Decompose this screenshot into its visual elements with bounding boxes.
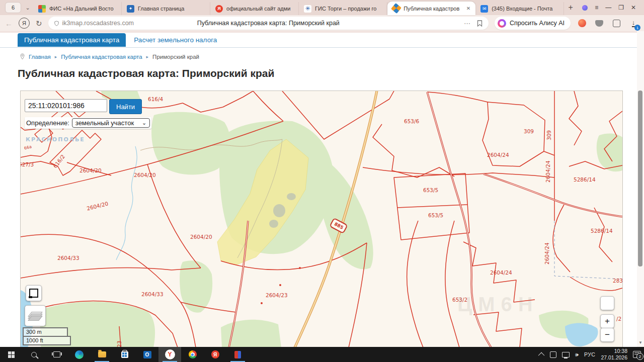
- definition-select[interactable]: земельный участок ⌄: [72, 118, 150, 128]
- network-icon[interactable]: [562, 352, 570, 357]
- scale-imperial: 1000 ft: [23, 336, 71, 345]
- breadcrumb-separator-icon: ▸: [55, 54, 57, 59]
- definition-value: земельный участок: [75, 119, 134, 127]
- new-tab-button[interactable]: [564, 1, 577, 14]
- cadastral-number-input[interactable]: [25, 99, 107, 112]
- edge-icon: [75, 350, 84, 359]
- tabs-divider: [0, 47, 644, 48]
- ask-alice-button[interactable]: Спросить Алису AI: [495, 17, 571, 30]
- tabs-dropdown-icon[interactable]: ⌄: [22, 5, 33, 11]
- zoom-in-button[interactable]: +: [600, 314, 614, 328]
- cadastral-map[interactable]: 885 КРАСНОПОЛЬЕ66а616/4653/63093092604/2…: [20, 90, 623, 347]
- browser-tab[interactable]: ✦Главная страница: [122, 2, 210, 15]
- scrollbar-down-icon[interactable]: ▼: [638, 340, 642, 345]
- grid-favicon-icon: [38, 5, 46, 13]
- clock[interactable]: 10:38 27.01.2026: [601, 348, 627, 360]
- time: 10:38: [601, 348, 627, 354]
- profile-avatar[interactable]: [582, 5, 588, 11]
- scale-metric: 300 m: [23, 327, 68, 336]
- tab-count-button[interactable]: 6: [5, 2, 21, 13]
- breadcrumb: Главная ▸ Публичная кадастровая карта ▸ …: [20, 53, 199, 60]
- windows-taskbar: O Y Я 🕪 РУС 10:38 27.01.2026 2: [0, 347, 644, 362]
- download-badge: 1: [634, 25, 640, 31]
- yandex-browser-icon: Y: [165, 349, 175, 359]
- task-view-button[interactable]: [45, 347, 68, 362]
- browser-tab[interactable]: Публичная кадастров✕: [387, 2, 475, 15]
- overview-map-button[interactable]: [26, 285, 42, 301]
- tab-title: ФИС «На Дальний Восто: [49, 6, 116, 12]
- edge-app[interactable]: [68, 347, 91, 362]
- pkk-favicon-icon: [391, 3, 401, 14]
- chrome-icon: [189, 350, 197, 358]
- task-view-icon: [53, 351, 60, 357]
- outlook-icon: O: [143, 351, 151, 358]
- browser-tab[interactable]: ✳ГИС Торги – продажи го: [299, 2, 387, 15]
- browser-tab[interactable]: ФИС «На Дальний Восто: [33, 2, 122, 15]
- scrollbar-thumb[interactable]: [638, 90, 642, 266]
- browser-tab-bar: 6 ⌄ ФИС «На Дальний Восто✦Главная страни…: [0, 0, 644, 15]
- browser-tab[interactable]: Яофициальный сайт адми: [210, 2, 299, 15]
- sidebar-panel-icon[interactable]: [594, 18, 605, 29]
- find-button[interactable]: Найти: [109, 99, 142, 114]
- extensions-icon[interactable]: [611, 18, 622, 29]
- tab-list: ФИС «На Дальний Восто✦Главная страницаЯо…: [33, 0, 564, 15]
- layers-icon: [30, 311, 41, 320]
- site-nav-tabs: Публичная кадастровая карта Расчет земел…: [18, 33, 218, 47]
- chrome-app[interactable]: [181, 347, 204, 362]
- bookmark-icon[interactable]: [477, 20, 482, 27]
- definition-filter: Определение: земельный участок ⌄: [25, 117, 151, 129]
- breadcrumb-separator-icon: ▸: [146, 54, 149, 59]
- neuro-edit-icon[interactable]: [577, 18, 588, 29]
- restore-icon[interactable]: ❐: [618, 5, 624, 11]
- volume-icon[interactable]: 🕪: [575, 351, 579, 358]
- back-icon[interactable]: ←: [5, 20, 13, 27]
- outlook-app[interactable]: O: [136, 347, 158, 362]
- minimize-icon[interactable]: —: [605, 5, 611, 11]
- show-hidden-icons[interactable]: [540, 352, 544, 357]
- document-app[interactable]: [226, 347, 249, 362]
- more-actions-icon[interactable]: ⋯: [464, 20, 471, 27]
- downloads-icon[interactable]: ↓ 1: [628, 18, 639, 29]
- browser-tab[interactable]: ✉(345) Входящие - Почта: [475, 2, 564, 15]
- emblem-blue-favicon-icon: ✳: [304, 5, 311, 13]
- file-explorer-app[interactable]: [91, 347, 113, 362]
- breadcrumb-section[interactable]: Публичная кадастровая карта: [61, 54, 142, 60]
- browser-toolbar: ← Я ↻ ik3map.roscadastres.com Публичная …: [0, 15, 644, 31]
- tab-public-cadastral-map[interactable]: Публичная кадастровая карта: [18, 33, 126, 47]
- tab-land-tax-calc[interactable]: Расчет земельного налога: [133, 33, 218, 47]
- taskbar-search-button[interactable]: [23, 347, 45, 362]
- map-tool-button[interactable]: [600, 296, 614, 310]
- pen-settings-icon[interactable]: [550, 351, 556, 358]
- notification-center[interactable]: 2: [633, 351, 641, 358]
- store-app[interactable]: [113, 347, 136, 362]
- language-indicator[interactable]: РУС: [584, 351, 596, 357]
- start-button[interactable]: [0, 347, 23, 362]
- overview-icon: [29, 289, 38, 298]
- scale-bar: 300 m 1000 ft: [23, 327, 71, 345]
- close-icon[interactable]: ✕: [631, 5, 636, 11]
- toolbar-edge: [0, 31, 644, 33]
- site-security-shield-icon[interactable]: [54, 20, 59, 27]
- layers-button[interactable]: [25, 305, 46, 326]
- store-icon: [121, 351, 128, 358]
- window-controls: ≡ — ❐ ✕: [577, 5, 642, 11]
- chevron-down-icon: ⌄: [142, 120, 146, 126]
- breadcrumb-home[interactable]: Главная: [29, 54, 51, 60]
- yandex-icon: Я: [211, 350, 219, 358]
- folder-icon: [98, 351, 106, 357]
- menu-icon[interactable]: ≡: [595, 5, 598, 11]
- mail-blue-favicon-icon: ✉: [480, 5, 488, 13]
- zoom-out-button[interactable]: −: [600, 328, 614, 342]
- tab-title: официальный сайт адми: [226, 6, 293, 12]
- notification-badge: 2: [636, 353, 643, 360]
- reload-icon[interactable]: ↻: [36, 20, 42, 27]
- search-icon: [31, 352, 37, 357]
- map-canvas: 885: [21, 91, 622, 347]
- yandex-browser-app[interactable]: Y: [158, 347, 181, 362]
- map-search: Найти: [25, 99, 142, 114]
- yandex-home-icon[interactable]: Я: [19, 18, 30, 29]
- address-bar[interactable]: ik3map.roscadastres.com Публичная кадаст…: [48, 17, 489, 30]
- page-scrollbar[interactable]: ▼: [637, 31, 644, 347]
- yandex-app[interactable]: Я: [204, 347, 226, 362]
- close-tab-icon[interactable]: ✕: [465, 6, 470, 11]
